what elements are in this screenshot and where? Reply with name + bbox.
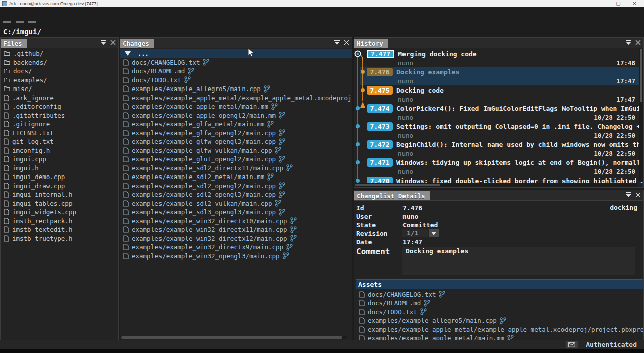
- file-row[interactable]: .gitattributes: [1, 111, 118, 120]
- file-row[interactable]: imgui.cpp: [1, 155, 118, 164]
- file-row[interactable]: backends/: [1, 58, 118, 67]
- menu-bar: [0, 7, 644, 16]
- history-vscrollbar[interactable]: [639, 49, 643, 182]
- comment-textarea[interactable]: Docking examples: [403, 247, 635, 275]
- asset-row[interactable]: docs/TODO.txt: [356, 308, 643, 317]
- file-row[interactable]: git_log.txt: [1, 137, 118, 146]
- changed-file-row[interactable]: examples/example_win32_directx11/main.cp…: [120, 225, 352, 234]
- file-icon: [123, 68, 129, 74]
- changed-file-row[interactable]: examples/example_win32_directx9/main.cpp: [120, 243, 352, 252]
- changed-file-row[interactable]: docs/TODO.txt: [120, 76, 352, 85]
- messages-button[interactable]: [566, 341, 578, 348]
- changed-file-row[interactable]: examples/example_win32_directx12/main.cp…: [120, 234, 352, 243]
- maximize-button[interactable]: ▢: [616, 0, 620, 7]
- changed-file-row[interactable]: examples/example_sdl2_vulkan/main.cpp: [120, 199, 352, 208]
- commit-row[interactable]: 7.476 Docking examples nuno 17:47: [354, 67, 643, 85]
- file-row[interactable]: examples/: [1, 76, 118, 85]
- commit-title: ColorPicker4(): Fixed ImGuiColorEditFlag…: [396, 105, 643, 112]
- panel-options-icon[interactable]: [625, 40, 632, 45]
- changed-file-row[interactable]: examples/example_apple_metal/example_app…: [120, 94, 352, 103]
- panel-close-icon[interactable]: [635, 192, 641, 198]
- file-row[interactable]: .editorconfig: [1, 102, 118, 111]
- changed-file-path: examples/example_win32_opengl3/main.cpp: [132, 252, 280, 260]
- changed-file-row[interactable]: docs/CHANGELOG.txt: [120, 58, 352, 67]
- file-row[interactable]: imgui.h: [1, 164, 118, 173]
- history-hscroll-thumb[interactable]: [355, 184, 440, 186]
- changed-file-row[interactable]: examples/example_glfw_opengl2/main.cpp: [120, 129, 352, 138]
- file-row[interactable]: docs/: [1, 67, 118, 76]
- panel-close-icon[interactable]: [110, 40, 116, 45]
- file-row[interactable]: misc/: [1, 84, 118, 94]
- history-vscroll-thumb[interactable]: [640, 49, 642, 102]
- panel-options-icon[interactable]: [625, 192, 632, 198]
- changelist-id-badge[interactable]: 7.473: [367, 122, 393, 131]
- file-name: LICENSE.txt: [12, 129, 54, 137]
- minimize-button[interactable]: –: [601, 0, 604, 7]
- commit-row[interactable]: 7.473 Settings: omit outputing Collapsed…: [354, 122, 643, 140]
- details-tab[interactable]: Changelist Details: [354, 191, 430, 200]
- panel-options-icon[interactable]: [100, 40, 107, 45]
- file-row[interactable]: imgui_draw.cpp: [1, 182, 118, 191]
- asset-row[interactable]: docs/CHANGELOG.txt: [356, 290, 643, 299]
- file-row[interactable]: imstb_textedit.h: [1, 225, 118, 234]
- changed-file-row[interactable]: examples/example_sdl2_opengl2/main.cpp: [120, 182, 352, 191]
- changed-file-row[interactable]: examples/example_win32_directx10/main.cp…: [120, 217, 352, 226]
- file-icon: [4, 130, 9, 136]
- commit-row[interactable]: 7.477 Merging docking code nuno 17:48: [354, 49, 643, 67]
- asset-row[interactable]: examples/example_apple_metal/example_app…: [356, 325, 643, 334]
- panel-options-icon[interactable]: [334, 40, 340, 45]
- changelist-id-badge[interactable]: 7.472: [367, 140, 393, 149]
- changed-file-row[interactable]: examples/example_glfw_opengl3/main.cpp: [120, 137, 352, 146]
- changelist-id-badge[interactable]: 7.471: [367, 158, 393, 167]
- file-row[interactable]: imconfig.h: [1, 146, 118, 155]
- file-row[interactable]: imstb_rectpack.h: [1, 217, 118, 226]
- history-tab[interactable]: History: [354, 39, 388, 48]
- changed-file-row[interactable]: examples/example_apple_opengl2/main.mm: [120, 111, 352, 120]
- commit-row[interactable]: 7.474 ColorPicker4(): Fixed ImGuiColorEd…: [354, 104, 643, 122]
- close-button[interactable]: ✕: [633, 0, 637, 7]
- panel-close-icon[interactable]: [635, 40, 641, 45]
- changes-tab[interactable]: Changes: [120, 39, 154, 48]
- history-hscrollbar[interactable]: [355, 183, 638, 187]
- changed-file-row[interactable]: examples/example_win32_opengl3/main.cpp: [120, 252, 352, 261]
- file-row[interactable]: .ark_ignore: [1, 94, 118, 103]
- field-value-date: 17:47: [403, 238, 422, 246]
- commit-row[interactable]: 7.475 Docking code nuno 17:47: [354, 85, 643, 104]
- changed-file-row[interactable]: examples/example_sdl3_opengl3/main.cpp: [120, 208, 352, 217]
- asset-row[interactable]: examples/example_allegro5/main.cpp: [356, 316, 643, 325]
- changed-file-row[interactable]: examples/example_apple_metal/main.mm: [120, 102, 352, 111]
- files-tab[interactable]: Files: [1, 39, 27, 48]
- file-row[interactable]: .gitignore: [1, 120, 118, 129]
- toolbar-button[interactable]: [28, 21, 36, 23]
- revision-dropdown-button[interactable]: [429, 229, 439, 237]
- changes-group-row[interactable]: ...: [120, 49, 352, 58]
- changed-file-row[interactable]: examples/example_allegro5/main.cpp: [120, 84, 352, 94]
- file-row[interactable]: LICENSE.txt: [1, 129, 118, 138]
- changed-file-row[interactable]: examples/example_sdl2_metal/main.mm: [120, 172, 352, 182]
- toolbar-button[interactable]: [3, 21, 11, 23]
- changed-file-row[interactable]: examples/example_glut_opengl2/main.cpp: [120, 155, 352, 164]
- changelist-id-badge[interactable]: 7.476: [367, 68, 393, 76]
- changed-file-path: docs/README.md: [132, 67, 185, 75]
- file-row[interactable]: .github/: [1, 49, 118, 58]
- commit-row[interactable]: 7.471 Windows: tidying up skipitems logi…: [354, 158, 643, 176]
- asset-row[interactable]: docs/README.md: [356, 299, 643, 308]
- changes-hscroll-thumb[interactable]: [121, 336, 342, 339]
- changed-file-row[interactable]: examples/example_glfw_vulkan/main.cpp: [120, 146, 352, 155]
- changed-file-row[interactable]: docs/README.md: [120, 67, 352, 76]
- changelist-id-badge[interactable]: 7.477: [367, 50, 394, 58]
- changelist-id-badge[interactable]: 7.474: [367, 104, 393, 113]
- file-row[interactable]: imgui_tables.cpp: [1, 199, 118, 208]
- changelist-id-badge[interactable]: 7.475: [367, 86, 393, 95]
- panel-close-icon[interactable]: [344, 40, 349, 45]
- commit-row[interactable]: 7.472 BeginChild(): Internal name used b…: [354, 140, 643, 158]
- file-row[interactable]: imstb_truetype.h: [1, 234, 118, 243]
- changed-file-row[interactable]: examples/example_sdl2_directx11/main.cpp: [120, 164, 352, 173]
- changed-file-row[interactable]: examples/example_glfw_metal/main.mm: [120, 120, 352, 129]
- toolbar-button[interactable]: [16, 21, 24, 23]
- file-row[interactable]: imgui_widgets.cpp: [1, 208, 118, 217]
- changes-hscrollbar[interactable]: [121, 336, 347, 339]
- file-row[interactable]: imgui_internal.h: [1, 190, 118, 199]
- file-row[interactable]: imgui_demo.cpp: [1, 172, 118, 182]
- changed-file-row[interactable]: examples/example_sdl2_opengl3/main.cpp: [120, 190, 352, 199]
